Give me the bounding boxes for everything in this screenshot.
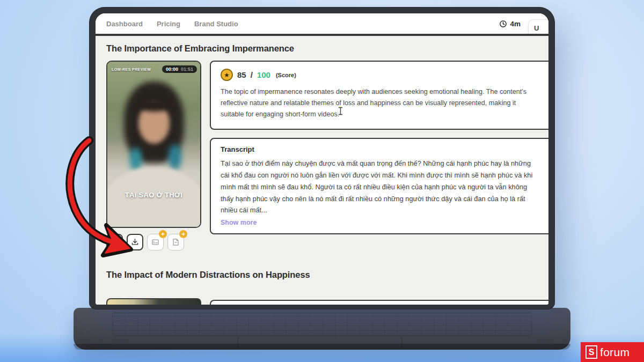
clock-icon: [499, 20, 507, 28]
document-icon: [172, 238, 180, 246]
video-subtitle-caption: TẠI SAO Ở THỜI: [107, 191, 200, 199]
video-thumbnail: [130, 147, 142, 171]
video-preview[interactable]: LOW-RES PREVIEW 00:00 01:51 TẠI SAO Ở TH…: [106, 61, 201, 228]
laptop-keyboard: [112, 313, 532, 336]
lowres-preview-label: LOW-RES PREVIEW: [112, 68, 151, 71]
app-window: Dashboard Pricing Brand Studio 4m U The …: [96, 13, 548, 305]
pencil-icon: [111, 238, 119, 246]
next-score-card-partial: [210, 300, 548, 305]
transcript-heading: Transcript: [221, 145, 543, 153]
next-section-title: The Impact of Modern Distractions on Hap…: [106, 270, 548, 280]
show-more-link[interactable]: Show more: [221, 219, 257, 226]
sparkle-badge-icon: [179, 230, 187, 238]
nav-item-brand-studio[interactable]: Brand Studio: [194, 20, 238, 28]
sforum-logo-text: forum: [600, 346, 630, 359]
score-description: The topic of impermanence resonates deep…: [221, 86, 543, 120]
details-column: ★ 85 / 100 (Score) The topic of imperman…: [210, 61, 548, 250]
video-duration: 01:51: [181, 67, 193, 72]
captions-button[interactable]: [147, 234, 164, 250]
next-result-partial: [106, 298, 548, 305]
sforum-watermark: S forum: [581, 342, 644, 362]
transcript-body: Tại sao ở thời điểm này chuyện được và m…: [221, 158, 543, 216]
caption-card-icon: [151, 238, 159, 246]
video-result-row: LOW-RES PREVIEW 00:00 01:51 TẠI SAO Ở TH…: [106, 61, 548, 250]
top-navbar: Dashboard Pricing Brand Studio 4m U: [96, 13, 548, 34]
laptop-base-lip: [74, 344, 570, 350]
score-value: 85: [237, 70, 246, 79]
video-time-pill: 00:00 01:51: [162, 65, 197, 73]
main-content: The Importance of Embracing Impermanence…: [96, 34, 548, 305]
sparkle-badge-icon: [159, 230, 167, 238]
score-label: (Score): [276, 72, 296, 78]
nav-item-pricing[interactable]: Pricing: [157, 20, 180, 28]
score-row: ★ 85 / 100 (Score): [221, 69, 543, 81]
next-video-thumbnail-partial[interactable]: [106, 298, 201, 305]
page-title: The Importance of Embracing Impermanence: [106, 43, 548, 54]
download-button[interactable]: [127, 234, 143, 250]
video-thumbnail: [136, 100, 172, 112]
score-card: ★ 85 / 100 (Score) The topic of imperman…: [210, 61, 548, 130]
download-icon: [131, 238, 139, 246]
nav-item-dashboard[interactable]: Dashboard: [106, 20, 143, 28]
nav-timer: 4m: [499, 20, 521, 28]
video-current-time: 00:00: [166, 67, 178, 72]
score-divider: /: [251, 70, 253, 79]
video-overlay-top: LOW-RES PREVIEW 00:00 01:51: [112, 65, 197, 73]
timer-value: 4m: [510, 20, 521, 28]
edit-button[interactable]: [106, 234, 123, 250]
transcript-card: Transcript Tại sao ở thời điểm này chuyệ…: [210, 138, 548, 234]
script-button[interactable]: [167, 234, 184, 250]
sforum-logo-icon: S: [586, 345, 597, 359]
score-max: 100: [257, 70, 270, 79]
video-column: LOW-RES PREVIEW 00:00 01:51 TẠI SAO Ở TH…: [106, 61, 201, 250]
video-actions: [106, 234, 201, 250]
star-icon: ★: [221, 69, 233, 81]
laptop-base: [74, 308, 570, 350]
laptop-screen: Dashboard Pricing Brand Studio 4m U The …: [90, 8, 554, 309]
